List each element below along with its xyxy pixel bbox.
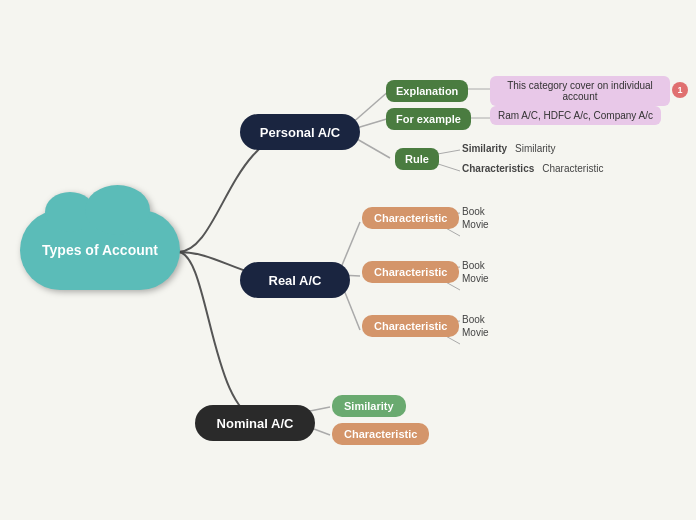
- real-label: Real A/C: [269, 273, 322, 288]
- characteristics-key: Characteristics: [462, 163, 534, 174]
- real-char-3-book: Book: [462, 314, 489, 325]
- similarity-value: Similarity: [515, 143, 556, 154]
- personal-node[interactable]: Personal A/C: [240, 114, 360, 150]
- similarity-key: Similarity: [462, 143, 507, 154]
- real-char-1-book: Book: [462, 206, 489, 217]
- nominal-label: Nominal A/C: [217, 416, 294, 431]
- real-char-2-movie: Movie: [462, 273, 489, 284]
- svg-line-7: [340, 222, 360, 270]
- root-label: Types of Account: [42, 242, 158, 258]
- real-char-1-movie: Movie: [462, 219, 489, 230]
- nominal-node[interactable]: Nominal A/C: [195, 405, 315, 441]
- rule-node[interactable]: Rule: [395, 148, 439, 170]
- for-example-desc: Ram A/C, HDFC A/c, Company A/c: [490, 106, 661, 125]
- for-example-node[interactable]: For example: [386, 108, 471, 130]
- badge: 1: [672, 82, 688, 98]
- real-char-3[interactable]: Characteristic: [362, 315, 459, 337]
- rule-characteristics-row: Characteristics Characteristic: [462, 163, 603, 174]
- root-node: Types of Account: [20, 210, 180, 290]
- real-char-1[interactable]: Characteristic: [362, 207, 459, 229]
- characteristics-value: Characteristic: [542, 163, 603, 174]
- nominal-similarity[interactable]: Similarity: [332, 395, 406, 417]
- rule-similarity-row: Similarity Similarity: [462, 143, 556, 154]
- nominal-characteristic[interactable]: Characteristic: [332, 423, 429, 445]
- real-char-2[interactable]: Characteristic: [362, 261, 459, 283]
- real-node[interactable]: Real A/C: [240, 262, 350, 298]
- personal-label: Personal A/C: [260, 125, 340, 140]
- explanation-node[interactable]: Explanation: [386, 80, 468, 102]
- real-char-3-movie: Movie: [462, 327, 489, 338]
- real-char-2-book: Book: [462, 260, 489, 271]
- explanation-desc: This category cover on individual accoun…: [490, 76, 670, 106]
